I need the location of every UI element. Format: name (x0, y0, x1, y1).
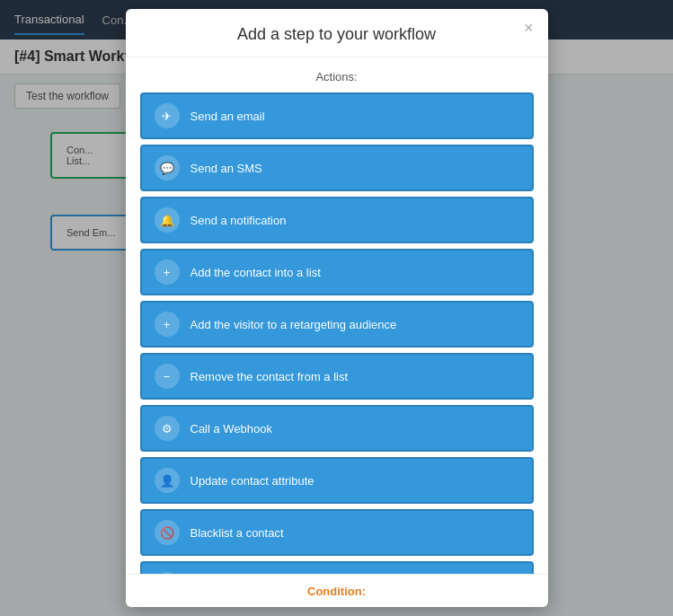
action-send-email-icon: ✈ (155, 103, 180, 128)
action-list: ✈Send an email💬Send an SMS🔔Send a notifi… (140, 92, 534, 574)
action-send-email[interactable]: ✈Send an email (140, 92, 534, 139)
action-send-email-label: Send an email (190, 110, 265, 123)
modal-overlay: Add a step to your workflow × Actions: ✈… (0, 0, 673, 616)
action-add-to-list-label: Add the contact into a list (190, 266, 321, 279)
modal-header: Add a step to your workflow × (126, 9, 548, 57)
condition-label: Condition: (307, 585, 366, 598)
action-add-retargeting-label: Add the visitor to a retargeting audienc… (190, 318, 397, 331)
action-send-notification-icon: 🔔 (155, 207, 180, 233)
action-blacklist-label: Blacklist a contact (190, 526, 284, 540)
action-blacklist[interactable]: 🚫Blacklist a contact (140, 509, 534, 556)
action-add-retargeting-icon: + (155, 312, 180, 337)
action-remove-from-list-icon: − (155, 364, 180, 389)
action-add-retargeting[interactable]: +Add the visitor to a retargeting audien… (140, 301, 534, 348)
action-send-sms-icon: 💬 (155, 155, 180, 180)
action-remove-from-list-label: Remove the contact from a list (190, 370, 349, 383)
action-send-notification-label: Send a notification (190, 214, 287, 227)
action-call-webhook-label: Call a Webhook (190, 422, 273, 436)
add-step-modal: Add a step to your workflow × Actions: ✈… (126, 9, 548, 607)
action-remove-from-list[interactable]: −Remove the contact from a list (140, 353, 534, 400)
modal-title: Add a step to your workflow (237, 25, 436, 43)
action-blacklist-icon: 🚫 (155, 520, 180, 545)
action-call-webhook[interactable]: ⚙Call a Webhook (140, 405, 534, 452)
action-start-workflow[interactable]: ▶Start another Workflow (140, 561, 534, 574)
action-update-attribute[interactable]: 👤Update contact attribute (140, 457, 534, 504)
action-send-sms-label: Send an SMS (190, 162, 262, 175)
action-call-webhook-icon: ⚙ (155, 416, 180, 441)
modal-close-button[interactable]: × (524, 20, 534, 36)
modal-body: Actions: ✈Send an email💬Send an SMS🔔Send… (126, 57, 548, 574)
actions-section-label: Actions: (140, 70, 534, 84)
action-update-attribute-icon: 👤 (155, 468, 180, 493)
action-add-to-list[interactable]: +Add the contact into a list (140, 249, 534, 295)
action-add-to-list-icon: + (155, 260, 180, 285)
modal-footer: Condition: (126, 574, 548, 607)
action-send-notification[interactable]: 🔔Send a notification (140, 197, 534, 243)
action-update-attribute-label: Update contact attribute (190, 474, 314, 488)
action-send-sms[interactable]: 💬Send an SMS (140, 145, 534, 191)
